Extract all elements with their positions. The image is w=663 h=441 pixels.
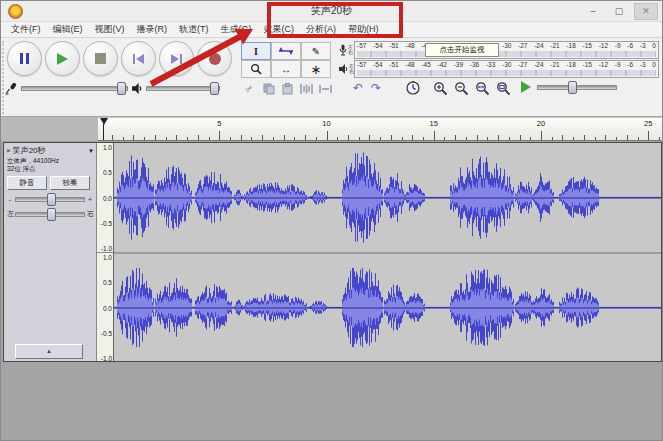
microphone-icon [339, 44, 347, 56]
edit-toolbar: ✂ [241, 81, 334, 96]
ruler-tick [573, 137, 574, 140]
paste-button[interactable] [279, 81, 296, 96]
close-button[interactable]: ✕ [634, 3, 658, 20]
track-menu-button[interactable]: ▼ [88, 148, 94, 154]
draw-tool-button[interactable]: ✎ [301, 42, 331, 60]
menu-item-2[interactable]: 编辑(E) [47, 22, 89, 37]
trim-audio-button[interactable] [298, 81, 315, 96]
skip-to-end-button[interactable] [159, 41, 194, 76]
envelope-tool-button[interactable] [271, 42, 301, 60]
track-close-button[interactable]: × [6, 146, 11, 155]
meter-scale-value: -45 [421, 61, 430, 69]
copy-button[interactable] [260, 81, 277, 96]
meter-scale-value: -54 [373, 61, 382, 69]
input-volume-slider[interactable] [21, 86, 128, 91]
gain-minus-label: - [7, 196, 13, 203]
vertical-ruler-value: -0.5 [101, 329, 112, 336]
record-button[interactable] [197, 41, 232, 76]
fit-project-button[interactable] [496, 81, 511, 100]
stop-button[interactable] [83, 41, 118, 76]
menu-item-1[interactable]: 文件(F) [5, 22, 47, 37]
playback-meter-scale[interactable]: -57-54-51-48-45-42-39-36-33-30-27-24-21-… [354, 60, 659, 78]
cut-button[interactable]: ✂ [241, 81, 258, 96]
gain-slider-thumb[interactable] [47, 193, 56, 206]
track-title[interactable]: 笑声20秒 [13, 145, 86, 156]
selection-tool-button[interactable]: I [241, 42, 271, 60]
output-volume-thumb[interactable] [210, 82, 219, 95]
monitor-tooltip[interactable]: 点击开始监视 [425, 43, 499, 57]
meter-scale-value: -51 [389, 61, 398, 69]
minimize-button[interactable]: – [582, 4, 604, 19]
meter-scale-value: -24 [534, 42, 543, 50]
play-button[interactable] [45, 41, 80, 76]
waveform-area[interactable] [114, 143, 661, 361]
ruler-tick [627, 135, 628, 140]
waveform-channel-right[interactable] [114, 254, 661, 361]
menu-item-5[interactable]: 轨道(T) [173, 22, 215, 37]
menu-item-7[interactable]: 效果(C) [258, 22, 301, 37]
zoom-toolbar [433, 81, 511, 100]
redo-button[interactable]: ↷ [371, 81, 381, 95]
playback-speed-thumb[interactable] [568, 81, 577, 94]
menu-item-4[interactable]: 播录(R) [131, 22, 174, 37]
output-volume-slider[interactable] [146, 86, 220, 91]
meter-scale-value: -24 [534, 61, 543, 69]
ruler-tick [316, 137, 317, 140]
mixer-mic-icon [5, 82, 17, 95]
meter-scale-value: -42 [438, 61, 447, 69]
maximize-button[interactable]: ▢ [608, 4, 630, 19]
menu-item-8[interactable]: 分析(A) [300, 22, 342, 37]
meter-scale-value: -15 [583, 42, 592, 50]
zoom-tool-button[interactable] [241, 60, 271, 78]
multi-tool-button[interactable]: ∗ [301, 60, 331, 78]
recording-meter-scale[interactable]: -57-54-51-48-45-42-39-36-33-30-27-24-21-… [354, 41, 659, 59]
undo-button[interactable]: ↶ [353, 81, 363, 95]
ruler-tick [380, 137, 381, 140]
playhead-pin-icon[interactable] [100, 118, 108, 125]
vertical-scale-ruler[interactable]: 1.00.50.0-0.5-1.0 1.00.50.0-0.5-1.0 [97, 143, 114, 361]
vertical-ruler-value: 0.0 [103, 194, 112, 201]
solo-button[interactable]: 独奏 [50, 176, 90, 190]
waveform-channel-left[interactable] [114, 143, 661, 252]
mute-button[interactable]: 静音 [7, 176, 47, 190]
skip-to-start-button[interactable] [121, 41, 156, 76]
zoom-out-button[interactable] [454, 81, 469, 100]
sync-lock-button[interactable] [406, 81, 420, 99]
playback-meter[interactable]: 左右 -57-54-51-48-45-42-39-36-33-30-27-24-… [339, 60, 659, 78]
copy-icon [263, 83, 275, 95]
recording-meter[interactable]: 左右 -57-54-51-48-45-42-39-36-33-30-27-24-… [339, 41, 659, 59]
meter-scale-value: -9 [615, 61, 621, 69]
ruler-tick-label: 10 [322, 119, 330, 128]
skip-start-icon [133, 54, 144, 64]
timeline-ruler[interactable]: 510152025 [98, 117, 662, 141]
menu-item-9[interactable]: 帮助(H) [342, 22, 385, 37]
vertical-ruler-value: 1.0 [103, 144, 112, 151]
ruler-tick [455, 135, 456, 140]
gain-slider[interactable] [15, 197, 85, 202]
mixer-toolbar [5, 80, 220, 96]
silence-audio-button[interactable] [317, 81, 334, 96]
zoom-in-button[interactable] [433, 81, 448, 100]
menu-item-6[interactable]: 生成(G) [215, 22, 258, 37]
meter-scale-value: -48 [405, 42, 414, 50]
ruler-tick [616, 137, 617, 140]
ruler-tick [402, 137, 403, 140]
ruler-tick-label: 20 [537, 119, 545, 128]
vertical-ruler-value: 0.5 [103, 169, 112, 176]
menu-item-3[interactable]: 视图(V) [89, 22, 131, 37]
track-collapse-button[interactable]: ▲ [15, 344, 83, 359]
timeshift-tool-button[interactable]: ↔ [271, 60, 301, 78]
pause-button[interactable] [7, 41, 42, 76]
play-at-speed-button[interactable] [521, 81, 531, 93]
input-volume-thumb[interactable] [117, 82, 126, 95]
pan-slider-thumb[interactable] [47, 208, 56, 221]
ruler-tick [219, 131, 220, 140]
meter-scale-value: -39 [454, 61, 463, 69]
fit-selection-button[interactable] [475, 81, 490, 100]
ruler-tick [391, 135, 392, 140]
pan-slider[interactable] [15, 212, 85, 217]
ruler-tick-label: 15 [430, 119, 438, 128]
meter-scale-value: -57 [357, 42, 366, 50]
ruler-tick [251, 137, 252, 140]
playback-speed-slider[interactable] [537, 85, 617, 90]
